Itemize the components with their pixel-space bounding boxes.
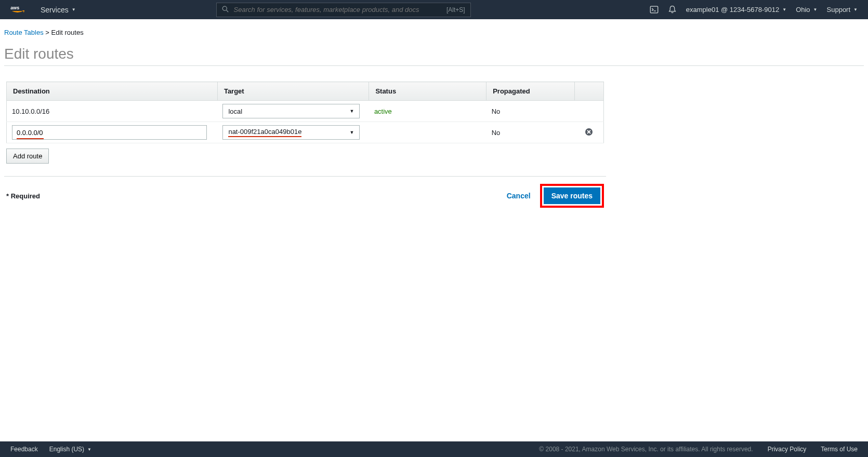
cell-destination: [7, 122, 218, 143]
breadcrumb-sep: >: [45, 29, 51, 36]
page-content: Route Tables > Edit routes Edit routes D…: [0, 19, 868, 208]
svg-line-2: [226, 10, 228, 12]
save-highlight: Save routes: [540, 184, 604, 208]
chevron-down-icon: ▼: [349, 109, 354, 114]
cell-target: local ▼: [217, 101, 369, 122]
chevron-down-icon: ▼: [72, 7, 76, 12]
footer-actions: * Required Cancel Save routes: [4, 176, 606, 208]
notifications-icon[interactable]: [668, 5, 677, 14]
top-nav: aws Services ▼ [Alt+S] example01 @ 1234-…: [0, 0, 868, 19]
chevron-down-icon: ▼: [813, 7, 818, 12]
cell-propagated: No: [486, 122, 574, 143]
account-label: example01 @ 1234-5678-9012: [686, 6, 779, 14]
cell-target: nat-009f21a0ca049b01e ▼: [217, 122, 369, 143]
cloudshell-icon[interactable]: [650, 5, 659, 14]
cancel-button[interactable]: Cancel: [502, 189, 536, 203]
table-header-row: Destination Target Status Propagated: [7, 82, 604, 101]
add-route-button[interactable]: Add route: [6, 149, 49, 164]
cell-destination: 10.10.0.0/16: [7, 101, 218, 122]
target-select[interactable]: nat-009f21a0ca049b01e ▼: [222, 125, 360, 140]
breadcrumb: Route Tables > Edit routes: [4, 24, 864, 41]
chevron-down-icon: ▼: [853, 7, 858, 12]
svg-point-1: [222, 6, 227, 10]
header-destination: Destination: [7, 82, 218, 101]
breadcrumb-current: Edit routes: [51, 29, 84, 36]
table-row: nat-009f21a0ca049b01e ▼ No: [7, 122, 604, 143]
svg-text:aws: aws: [10, 5, 19, 10]
cell-status: active: [369, 101, 486, 122]
status-badge: active: [374, 107, 392, 115]
header-propagated: Propagated: [486, 82, 574, 101]
svg-rect-3: [650, 6, 657, 13]
support-label: Support: [827, 6, 851, 14]
actions-right: Cancel Save routes: [502, 184, 604, 208]
target-value: local: [228, 107, 242, 115]
target-select[interactable]: local ▼: [222, 104, 360, 118]
services-menu[interactable]: Services ▼: [41, 6, 76, 14]
target-value: nat-009f21a0ca049b01e: [228, 128, 301, 137]
services-label: Services: [41, 6, 69, 14]
account-menu[interactable]: example01 @ 1234-5678-9012 ▼: [686, 6, 786, 14]
routes-panel: Destination Target Status Propagated 10.…: [6, 82, 604, 164]
cell-remove: [574, 122, 603, 143]
search-shortcut: [Alt+S]: [446, 6, 465, 14]
remove-route-button[interactable]: [585, 128, 593, 136]
title-divider: [4, 65, 864, 66]
chevron-down-icon: ▼: [782, 7, 786, 12]
table-row: 10.10.0.0/16 local ▼ active No: [7, 101, 604, 122]
region-label: Ohio: [796, 6, 810, 14]
page-title: Edit routes: [4, 46, 864, 62]
chevron-down-icon: ▼: [349, 130, 354, 135]
breadcrumb-root-link[interactable]: Route Tables: [4, 29, 44, 36]
routes-table: Destination Target Status Propagated 10.…: [6, 82, 604, 143]
cell-remove: [574, 101, 603, 122]
header-status: Status: [369, 82, 486, 101]
support-menu[interactable]: Support ▼: [827, 6, 858, 14]
header-target: Target: [217, 82, 369, 101]
cell-status: [369, 122, 486, 143]
save-routes-button[interactable]: Save routes: [544, 187, 600, 204]
aws-logo[interactable]: aws: [10, 5, 28, 15]
search-container: [Alt+S]: [216, 3, 471, 17]
search-icon: [222, 6, 229, 14]
required-note: * Required: [6, 192, 40, 200]
search-box[interactable]: [Alt+S]: [216, 3, 471, 17]
search-input[interactable]: [234, 6, 446, 14]
nav-right: example01 @ 1234-5678-9012 ▼ Ohio ▼ Supp…: [650, 5, 858, 14]
region-menu[interactable]: Ohio ▼: [796, 6, 817, 14]
cell-propagated: No: [486, 101, 574, 122]
destination-input[interactable]: [12, 125, 207, 140]
header-actions: [574, 82, 603, 101]
